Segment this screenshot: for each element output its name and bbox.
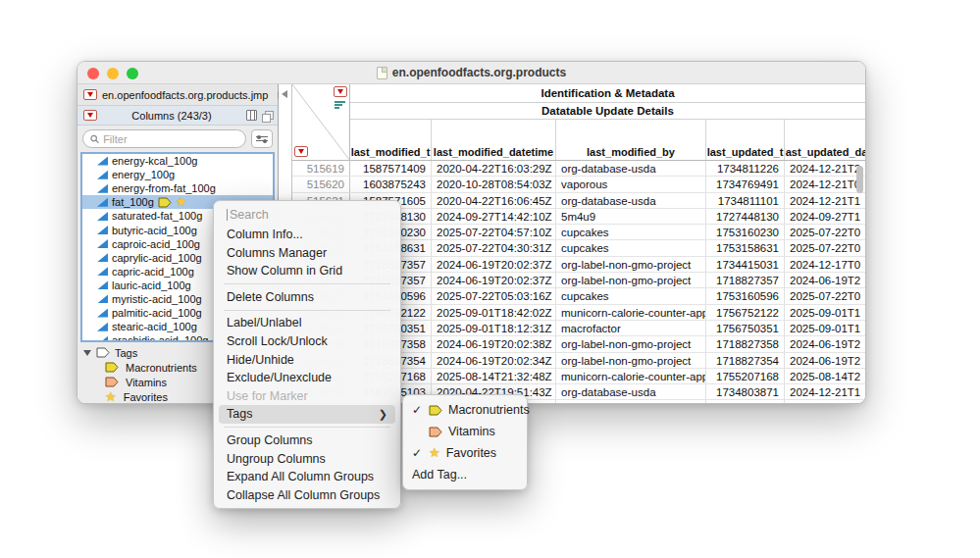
- table-panel-header[interactable]: en.openfoodfacts.org.products.jmp: [77, 84, 278, 106]
- tags-panel-label: Tags: [115, 347, 137, 359]
- columns-panel-header[interactable]: Columns (243/3): [77, 106, 278, 126]
- continuous-column-icon: [97, 280, 108, 289]
- column-list-item[interactable]: energy-kcal_100g: [82, 154, 273, 168]
- window-title: en.openfoodfacts.org.products: [377, 66, 566, 79]
- collapse-panel-icon[interactable]: [282, 90, 287, 98]
- continuous-column-icon: [97, 184, 108, 193]
- continuous-column-icon: [97, 171, 108, 179]
- column-filter-icon[interactable]: [335, 101, 345, 110]
- continuous-column-icon: [97, 226, 108, 234]
- grid-corner-cell: [292, 84, 350, 161]
- jmp-data-table-window: en.openfoodfacts.org.products en.openfoo…: [77, 61, 866, 404]
- disclosure-triangle-icon[interactable]: [83, 350, 91, 356]
- menu-item-tags[interactable]: Tags ❯: [219, 405, 395, 424]
- column-header[interactable]: last_modified_by: [556, 120, 706, 160]
- checkmark-icon: ✓: [412, 446, 423, 460]
- column-list-item[interactable]: energy_100g: [82, 168, 273, 181]
- text-cursor: [227, 209, 228, 221]
- table-row[interactable]: 51561915875714092020-04-22T16:03:29Zorg-…: [292, 161, 865, 177]
- column-list-item[interactable]: energy-from-fat_100g: [82, 181, 273, 195]
- columns-red-triangle-menu-icon[interactable]: [334, 86, 347, 97]
- continuous-column-icon: [97, 212, 108, 221]
- menu-item-use-for-marker: Use for Marker: [214, 387, 400, 406]
- minimize-button[interactable]: [107, 68, 119, 79]
- submenu-item-add-tag[interactable]: Add Tag...: [403, 464, 527, 485]
- table-row[interactable]: 51562016038752432020-10-28T08:54:03Zvapo…: [292, 177, 865, 192]
- menu-search-field[interactable]: Search: [214, 205, 400, 226]
- continuous-column-icon: [97, 198, 108, 207]
- menu-item-exclude-unexclude[interactable]: Exclude/Unexclude: [214, 369, 400, 387]
- column-group-header[interactable]: Identification & Metadata: [350, 84, 865, 103]
- table-panel-label: en.openfoodfacts.org.products.jmp: [102, 89, 268, 101]
- column-header[interactable]: last_modified_datetime: [432, 120, 556, 160]
- filter-settings-icon[interactable]: [251, 129, 273, 148]
- continuous-column-icon: [97, 157, 108, 166]
- continuous-column-icon: [97, 323, 108, 331]
- menu-item-column-info[interactable]: Column Info...: [214, 226, 400, 244]
- submenu-item-favorites[interactable]: ✓ ★ Favorites: [403, 442, 527, 464]
- continuous-column-icon: [97, 309, 108, 318]
- menu-separator: [224, 310, 390, 311]
- favorite-star-icon: ★: [429, 448, 440, 458]
- menu-separator: [224, 427, 390, 428]
- tag-yellow-icon: [158, 197, 172, 208]
- menu-item-label-unlabel[interactable]: Label/Unlabel: [214, 314, 400, 332]
- filter-input-box[interactable]: [82, 129, 246, 148]
- submenu-item-vitamins[interactable]: Vitamins: [403, 421, 527, 442]
- filter-input[interactable]: [103, 133, 238, 145]
- column-header[interactable]: last_updated_t: [706, 120, 785, 160]
- copy-columns-icon[interactable]: [262, 111, 272, 121]
- menu-item-show-column-in-grid[interactable]: Show Column in Grid: [214, 262, 400, 280]
- tag-yellow-icon: [105, 362, 119, 373]
- columns-manager-icon[interactable]: [246, 110, 257, 121]
- tag-orange-icon: [429, 427, 442, 437]
- favorite-star-icon: ★: [176, 197, 187, 207]
- zoom-button[interactable]: [127, 68, 138, 79]
- filter-row: [77, 126, 278, 152]
- search-icon: [90, 134, 99, 144]
- columns-panel-label: Columns (243/3): [102, 110, 241, 122]
- column-header[interactable]: last_updated_da: [785, 120, 865, 160]
- continuous-column-icon: [97, 267, 108, 276]
- tag-yellow-icon: [429, 405, 442, 416]
- menu-item-scroll-lock-unlock[interactable]: Scroll Lock/Unlock: [214, 332, 400, 351]
- red-triangle-menu-icon[interactable]: [83, 89, 97, 100]
- column-subgroup-header[interactable]: Datatable Update Details: [350, 103, 865, 120]
- tag-outline-icon: [96, 347, 110, 358]
- red-triangle-menu-icon[interactable]: [83, 110, 97, 121]
- favorite-star-icon: ★: [105, 392, 117, 402]
- tags-submenu: ✓ Macronutrients Vitamins ✓ ★ Favorites …: [402, 394, 528, 490]
- menu-item-hide-unhide[interactable]: Hide/Unhide: [214, 351, 400, 370]
- continuous-column-icon: [97, 336, 108, 342]
- continuous-column-icon: [97, 253, 108, 262]
- menu-item-expand-all-column-groups[interactable]: Expand All Column Groups: [214, 468, 400, 486]
- submenu-item-macronutrients[interactable]: ✓ Macronutrients: [403, 399, 527, 421]
- column-header[interactable]: last_modified_t: [350, 120, 432, 160]
- menu-item-ungroup-columns[interactable]: Ungroup Columns: [214, 450, 400, 469]
- title-bar[interactable]: en.openfoodfacts.org.products: [77, 62, 865, 84]
- checkmark-icon: ✓: [412, 403, 423, 417]
- menu-item-delete-columns[interactable]: Delete Columns: [214, 288, 400, 307]
- close-button[interactable]: [87, 68, 99, 79]
- table-vertical-scrollbar[interactable]: [856, 166, 863, 193]
- continuous-column-icon: [97, 294, 108, 303]
- submenu-arrow-icon: ❯: [379, 405, 387, 424]
- rows-red-triangle-menu-icon[interactable]: [294, 146, 308, 157]
- menu-item-columns-manager[interactable]: Columns Manager: [214, 244, 400, 263]
- tag-orange-icon: [105, 377, 119, 387]
- desktop: en.openfoodfacts.org.products en.openfoo…: [0, 0, 980, 558]
- menu-item-collapse-all-column-groups[interactable]: Collapse All Column Groups: [214, 486, 400, 505]
- menu-separator: [224, 283, 390, 284]
- menu-item-group-columns[interactable]: Group Columns: [214, 431, 400, 450]
- column-context-menu: Search Column Info... Columns Manager Sh…: [213, 200, 401, 509]
- continuous-column-icon: [97, 239, 108, 248]
- column-header-row: last_modified_t last_modified_datetime l…: [350, 120, 865, 161]
- document-icon: [377, 67, 387, 79]
